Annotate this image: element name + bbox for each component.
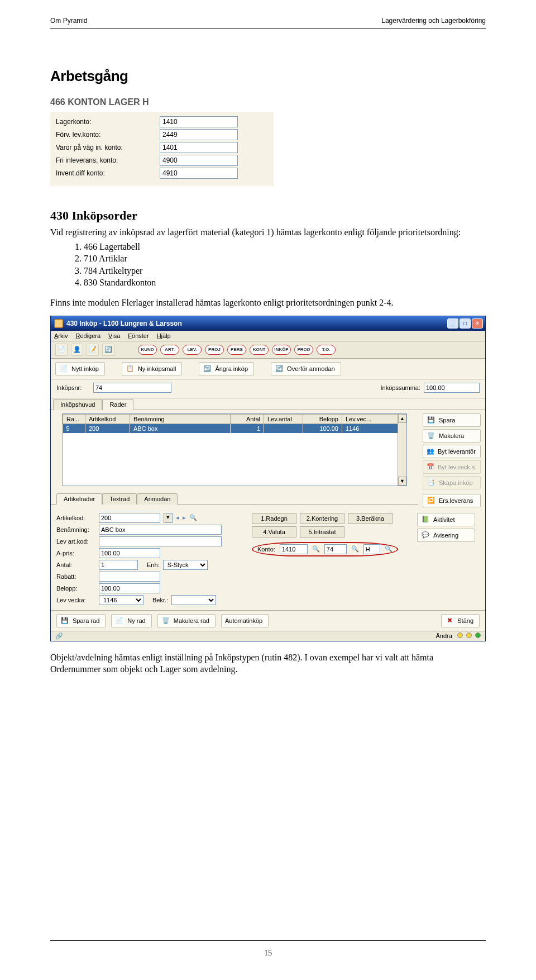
antal-input[interactable]	[99, 560, 138, 570]
aktivitet-button[interactable]: 📗Aktivitet	[417, 513, 475, 526]
menu-visa[interactable]: Visa	[108, 332, 120, 339]
makulera-button[interactable]: 🗑️Makulera	[423, 429, 481, 443]
toolbar-icon[interactable]: 📄	[55, 344, 68, 356]
toolbar-icon[interactable]: 🔄	[102, 344, 114, 356]
grid[interactable]: Ra... Artikelkod Benämning Antal Lev.ant…	[62, 413, 407, 486]
chip-inkop[interactable]: INKÖP	[272, 345, 291, 355]
spara-button[interactable]: 💾Spara	[423, 413, 481, 427]
menu-redigera[interactable]: Redigera	[75, 332, 100, 339]
belopp-label: Belopp:	[56, 585, 95, 592]
nav-next-icon[interactable]: ▸	[183, 514, 186, 521]
search-icon[interactable]: 🔍	[312, 545, 320, 553]
levvecka-select[interactable]: 1146	[99, 595, 143, 605]
konton-input-4[interactable]	[160, 168, 238, 179]
bekr-select[interactable]	[171, 595, 216, 605]
angra-inkop-button[interactable]: ↩️ Ångra inköp	[199, 362, 254, 375]
delete-icon: 🗑️	[427, 431, 436, 440]
save-icon: 💾	[427, 416, 436, 425]
window-title: 430 Inköp - L100 Lungren & Larsson	[66, 320, 182, 327]
scroll-down-icon[interactable]: ▼	[398, 477, 406, 486]
konto-input-2[interactable]	[324, 544, 347, 554]
belopp-input[interactable]	[99, 583, 160, 593]
titlebar[interactable]: 430 Inköp - L100 Lungren & Larsson _ □ ×	[51, 316, 485, 331]
avisering-button[interactable]: 💬Avisering	[417, 529, 475, 542]
konto-input-3[interactable]	[363, 544, 380, 554]
search-icon[interactable]: 🔍	[351, 545, 359, 553]
col-levantal[interactable]: Lev.antal	[264, 414, 303, 424]
chip-prod[interactable]: PROD	[294, 345, 313, 355]
col-ra[interactable]: Ra...	[63, 414, 85, 424]
konton-input-2[interactable]	[160, 142, 238, 153]
konton-input-0[interactable]	[160, 116, 238, 127]
rabatt-label: Rabatt:	[56, 573, 95, 580]
scrollbar-vertical[interactable]: ▲ ▼	[398, 414, 406, 486]
konto-input-1[interactable]	[280, 544, 308, 554]
bell-icon: 💬	[421, 531, 430, 540]
scroll-up-icon[interactable]: ▲	[398, 414, 406, 423]
button-label: Ångra inköp	[215, 365, 248, 372]
inkopsnr-input[interactable]	[93, 383, 171, 393]
paragraph-1: Vid registrering av inköpsrad av lagerfö…	[50, 226, 486, 239]
tab-textrad[interactable]: Textrad	[102, 493, 137, 505]
stang-button[interactable]: ✖Stäng	[441, 614, 480, 627]
makulera-rad-button[interactable]: 🗑️Makulera rad	[157, 614, 216, 627]
dropdown-icon[interactable]: ▾	[164, 513, 173, 523]
col-antal[interactable]: Antal	[231, 414, 264, 424]
toolbar-icon[interactable]: 👤	[71, 344, 83, 356]
col-artikelkod[interactable]: Artikelkod	[85, 414, 130, 424]
section-label: 466 KONTON LAGER H	[50, 97, 486, 107]
levartkod-input[interactable]	[99, 536, 222, 546]
undo-icon: ↩️	[203, 364, 212, 373]
menu-hjalp[interactable]: Hjälp	[157, 332, 171, 339]
apris-input[interactable]	[99, 548, 160, 558]
inkopsnr-label: Inköpsnr:	[56, 384, 90, 391]
tab-inkopshuvud[interactable]: Inköpshuvud	[53, 399, 102, 410]
kontering-button[interactable]: 2.Kontering	[300, 513, 344, 524]
radegn-button[interactable]: 1.Radegn	[252, 513, 296, 524]
tab-artikelrader[interactable]: Artikelrader	[56, 493, 102, 505]
rabatt-input[interactable]	[99, 572, 160, 582]
toolbar-icon[interactable]: 📝	[87, 344, 99, 356]
chip-kont[interactable]: KONT	[250, 345, 269, 355]
maximize-button[interactable]: □	[460, 318, 471, 329]
intrastat-button[interactable]: 5.Intrastat	[300, 526, 344, 537]
artikelkod-input[interactable]	[99, 513, 160, 523]
nav-prev-icon[interactable]: ◂	[176, 514, 179, 521]
col-belopp[interactable]: Belopp	[303, 414, 342, 424]
chip-to[interactable]: T.O.	[317, 345, 336, 355]
tab-rader[interactable]: Rader	[102, 399, 133, 410]
minimize-button[interactable]: _	[447, 318, 458, 329]
close-window-button[interactable]: ×	[472, 318, 483, 329]
spara-rad-button[interactable]: 💾Spara rad	[56, 614, 106, 627]
benamning-input[interactable]	[99, 525, 222, 535]
chip-pers[interactable]: PERS	[227, 345, 246, 355]
led-icon	[466, 632, 472, 638]
ny-inkopsmall-button[interactable]: 📋 Ny inköpsmall	[122, 362, 182, 375]
nytt-inkop-button[interactable]: 📄 Nytt inköp	[55, 362, 105, 375]
automatinkop-button[interactable]: Automatinköp	[221, 614, 269, 627]
menu-arkiv[interactable]: Arkiv	[54, 332, 68, 339]
konton-label-0: Lagerkonto:	[56, 118, 156, 126]
konton-input-3[interactable]	[160, 155, 238, 166]
ers-leverans-button[interactable]: 🔁Ers.leverans	[423, 494, 481, 507]
byt-leverantor-button[interactable]: 👥Byt leverantör	[423, 445, 481, 458]
col-levvec[interactable]: Lev.vec...	[342, 414, 406, 424]
search-icon[interactable]: 🔍	[189, 514, 197, 521]
chip-proj[interactable]: PROJ	[205, 345, 224, 355]
valuta-button[interactable]: 4.Valuta	[252, 526, 296, 537]
tab-anmodan[interactable]: Anmodan	[137, 493, 178, 505]
chip-kund[interactable]: KUND	[138, 345, 157, 355]
menu-fonster[interactable]: Fönster	[128, 332, 149, 339]
col-benamning[interactable]: Benämning	[130, 414, 231, 424]
chip-lev[interactable]: LEV.	[183, 345, 202, 355]
chip-art[interactable]: ART.	[160, 345, 179, 355]
ny-rad-button[interactable]: 📄Ny rad	[111, 614, 151, 627]
inkopssumma-input[interactable]	[424, 383, 480, 393]
konton-input-1[interactable]	[160, 129, 238, 140]
overfor-anmodan-button[interactable]: ↪️ Överför anmodan	[271, 362, 341, 375]
search-icon[interactable]: 🔍	[385, 545, 393, 553]
statusbar-link-icon[interactable]: 🔗	[55, 632, 63, 640]
berakna-button[interactable]: 3.Beräkna	[348, 513, 393, 524]
table-row[interactable]: 5 200 ABC box 1 100.00 1146	[63, 424, 406, 433]
enh-select[interactable]: S-Styck	[163, 560, 208, 570]
